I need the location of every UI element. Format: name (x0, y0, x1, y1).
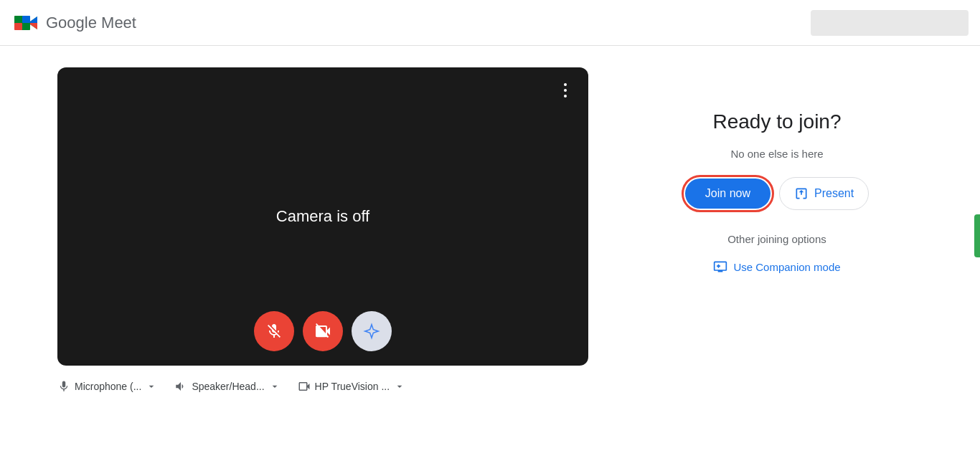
svg-rect-5 (22, 16, 30, 23)
camera-off-label: Camera is off (276, 207, 369, 226)
companion-mode-link[interactable]: Use Companion mode (713, 260, 840, 274)
google-meet-logo-icon (11, 9, 40, 37)
video-controls (254, 311, 392, 351)
other-options-text: Other joining options (727, 233, 826, 245)
companion-mode-label: Use Companion mode (733, 261, 840, 273)
header: Google Meet (0, 0, 980, 46)
more-options-button[interactable] (554, 79, 577, 102)
microphone-label: Microphone (... (75, 381, 141, 392)
mic-off-icon (265, 323, 283, 340)
video-section: Camera is off (57, 67, 588, 396)
microphone-selector[interactable]: Microphone (... (57, 380, 157, 393)
camera-device-icon (298, 380, 311, 393)
companion-mode-icon (713, 260, 727, 274)
speaker-selector[interactable]: Speaker/Head... (174, 380, 280, 393)
device-controls-bar: Microphone (... Speaker/Head... (57, 377, 588, 396)
header-left: Google Meet (11, 9, 136, 37)
svg-rect-4 (14, 16, 22, 23)
ai-effects-button[interactable] (352, 311, 392, 351)
header-user-area[interactable] (811, 10, 969, 36)
camera-selector[interactable]: HP TrueVision ... (298, 380, 406, 393)
toggle-camera-button[interactable] (303, 311, 343, 351)
main-content: Camera is off (0, 46, 980, 471)
svg-marker-9 (30, 23, 37, 29)
app-title: Google Meet (46, 14, 136, 32)
right-panel: Ready to join? No one else is here Join … (631, 67, 923, 274)
speaker-icon (174, 380, 187, 393)
present-button[interactable]: Present (779, 177, 869, 210)
svg-rect-6 (14, 23, 22, 30)
present-label: Present (814, 187, 854, 200)
microphone-icon (57, 380, 70, 393)
no-one-here-text: No one else is here (730, 148, 823, 160)
present-icon (794, 186, 809, 201)
speaker-chevron-icon (269, 381, 281, 392)
toggle-microphone-button[interactable] (254, 311, 294, 351)
green-side-indicator (974, 214, 980, 257)
sparkle-icon (362, 321, 382, 341)
video-preview: Camera is off (57, 67, 588, 366)
camera-chevron-icon (394, 381, 405, 392)
ready-to-join-title: Ready to join? (712, 110, 841, 133)
join-now-button[interactable]: Join now (685, 179, 771, 209)
join-actions: Join now Present (685, 177, 869, 210)
microphone-chevron-icon (146, 381, 157, 392)
three-dots-icon (564, 83, 567, 97)
speaker-label: Speaker/Head... (192, 381, 264, 392)
camera-device-label: HP TrueVision ... (315, 381, 390, 392)
svg-rect-7 (22, 23, 30, 30)
camera-off-icon (314, 323, 331, 340)
